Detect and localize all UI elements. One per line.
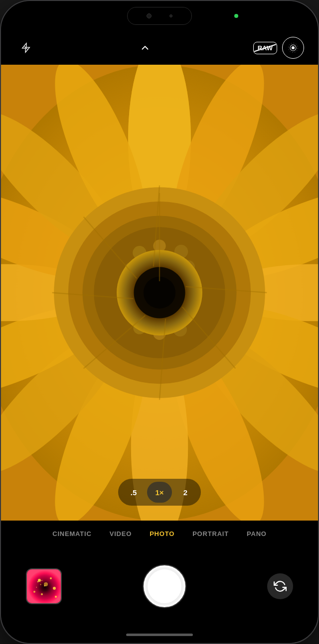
viewfinder[interactable]: .5 1× 2 — [1, 65, 318, 521]
phone-screen: RAW — [1, 1, 318, 643]
zoom-controls: .5 1× 2 — [118, 479, 201, 506]
mode-video[interactable]: VIDEO — [101, 530, 141, 537]
svg-point-2 — [292, 46, 295, 49]
svg-point-56 — [44, 582, 48, 586]
mode-cinematic[interactable]: CINEMATIC — [43, 530, 100, 537]
zoom-half-button[interactable]: .5 — [121, 482, 146, 503]
raw-button[interactable]: RAW — [253, 42, 277, 54]
home-bar — [126, 634, 193, 636]
last-photo-thumbnail[interactable] — [26, 568, 62, 604]
mode-pano[interactable]: PANO — [238, 530, 276, 537]
dynamic-island — [127, 7, 192, 25]
face-id-dot — [169, 14, 172, 17]
zoom-1x-label: 1× — [155, 488, 163, 497]
mode-portrait[interactable]: PORTRAIT — [183, 530, 238, 537]
svg-point-53 — [50, 577, 52, 579]
zoom-half-label: .5 — [131, 488, 137, 497]
flip-camera-icon — [274, 580, 287, 593]
expand-button[interactable] — [134, 37, 156, 59]
microphone-active-indicator — [234, 14, 238, 18]
camera-top-controls: RAW — [1, 31, 318, 65]
zoom-2x-button[interactable]: 2 — [173, 482, 198, 503]
home-indicator — [1, 626, 318, 643]
svg-point-54 — [53, 587, 56, 590]
svg-point-52 — [38, 579, 41, 582]
flash-icon — [20, 42, 31, 53]
svg-point-55 — [33, 591, 35, 593]
chevron-up-icon — [140, 42, 151, 53]
thumbnail-image — [27, 569, 61, 603]
mode-photo[interactable]: PHOTO — [141, 530, 183, 537]
svg-rect-51 — [27, 569, 62, 604]
live-photo-icon — [287, 42, 299, 54]
phone-frame: RAW — [0, 0, 319, 644]
svg-point-57 — [41, 593, 43, 595]
mode-selector: CINEMATIC VIDEO PHOTO PORTRAIT PANO — [1, 521, 318, 546]
top-bar — [1, 1, 318, 31]
flower-image — [1, 65, 318, 521]
shutter-inner-ring — [147, 568, 182, 604]
flash-button[interactable] — [15, 37, 37, 59]
svg-line-1 — [24, 46, 27, 49]
live-photo-button[interactable] — [282, 37, 304, 59]
svg-point-58 — [55, 596, 57, 598]
svg-point-42 — [144, 277, 175, 309]
flower-background: .5 1× 2 — [1, 65, 318, 521]
zoom-2x-label: 2 — [183, 488, 187, 497]
shutter-button[interactable] — [144, 565, 185, 607]
front-camera-dot — [147, 13, 152, 18]
bottom-controls — [1, 546, 318, 626]
zoom-1x-button[interactable]: 1× — [147, 482, 172, 503]
flip-camera-button[interactable] — [267, 573, 293, 599]
